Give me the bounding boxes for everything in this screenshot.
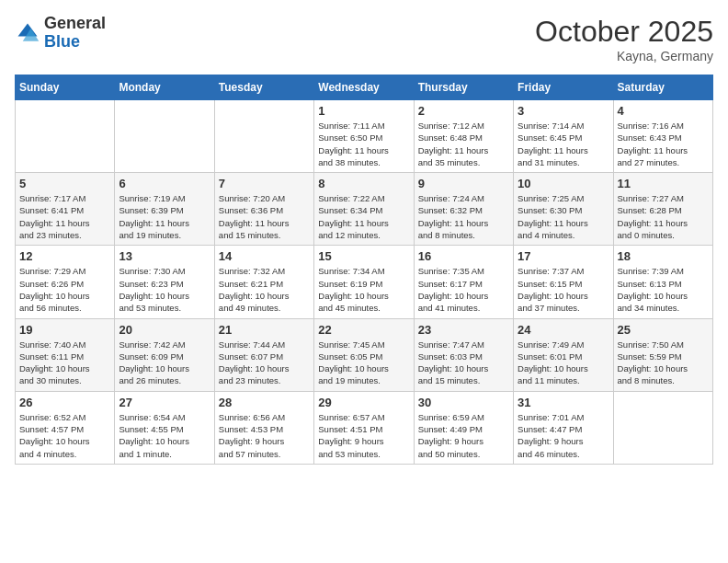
calendar-cell: 20Sunrise: 7:42 AM Sunset: 6:09 PM Dayli… [115, 318, 214, 391]
calendar-cell: 22Sunrise: 7:45 AM Sunset: 6:05 PM Dayli… [314, 318, 414, 391]
day-number: 27 [119, 396, 210, 409]
calendar-cell: 25Sunrise: 7:50 AM Sunset: 5:59 PM Dayli… [613, 318, 712, 391]
logo-text: General Blue [44, 15, 106, 52]
calendar-cell: 18Sunrise: 7:39 AM Sunset: 6:13 PM Dayli… [613, 246, 712, 318]
day-info: Sunrise: 7:45 AM Sunset: 6:05 PM Dayligh… [318, 339, 409, 387]
day-number: 30 [418, 396, 509, 409]
day-info: Sunrise: 7:32 AM Sunset: 6:21 PM Dayligh… [219, 265, 310, 314]
calendar-cell: 1Sunrise: 7:11 AM Sunset: 6:50 PM Daylig… [314, 100, 414, 173]
day-number: 13 [119, 249, 210, 263]
calendar-cell: 13Sunrise: 7:30 AM Sunset: 6:23 PM Dayli… [115, 246, 214, 318]
calendar-cell: 12Sunrise: 7:29 AM Sunset: 6:26 PM Dayli… [16, 246, 115, 318]
day-info: Sunrise: 7:44 AM Sunset: 6:07 PM Dayligh… [219, 339, 310, 387]
calendar-cell: 5Sunrise: 7:17 AM Sunset: 6:41 PM Daylig… [16, 173, 115, 246]
calendar-cell: 4Sunrise: 7:16 AM Sunset: 6:43 PM Daylig… [613, 100, 712, 173]
calendar-cell: 11Sunrise: 7:27 AM Sunset: 6:28 PM Dayli… [613, 173, 712, 246]
day-number: 20 [119, 323, 210, 337]
calendar-week-2: 12Sunrise: 7:29 AM Sunset: 6:26 PM Dayli… [16, 246, 713, 318]
calendar-week-0: 1Sunrise: 7:11 AM Sunset: 6:50 PM Daylig… [16, 100, 713, 173]
weekday-saturday: Saturday [613, 75, 712, 100]
day-number: 15 [318, 249, 409, 263]
day-number: 11 [618, 177, 709, 190]
calendar-table: SundayMondayTuesdayWednesdayThursdayFrid… [15, 75, 713, 465]
day-info: Sunrise: 7:34 AM Sunset: 6:19 PM Dayligh… [318, 265, 409, 314]
day-info: Sunrise: 7:17 AM Sunset: 6:41 PM Dayligh… [19, 192, 110, 241]
calendar-cell: 9Sunrise: 7:24 AM Sunset: 6:32 PM Daylig… [414, 173, 513, 246]
day-number: 9 [418, 177, 509, 190]
calendar-cell: 23Sunrise: 7:47 AM Sunset: 6:03 PM Dayli… [414, 318, 513, 391]
calendar-cell: 19Sunrise: 7:40 AM Sunset: 6:11 PM Dayli… [16, 318, 115, 391]
title-section: October 2025 Kayna, Germany [535, 15, 713, 63]
day-number: 12 [19, 249, 110, 263]
day-number: 8 [318, 177, 409, 190]
weekday-thursday: Thursday [414, 75, 513, 100]
calendar-cell [16, 100, 115, 173]
day-number: 3 [518, 104, 609, 118]
day-number: 29 [318, 396, 409, 409]
calendar-week-1: 5Sunrise: 7:17 AM Sunset: 6:41 PM Daylig… [16, 173, 713, 246]
day-info: Sunrise: 7:25 AM Sunset: 6:30 PM Dayligh… [518, 192, 609, 241]
day-info: Sunrise: 6:57 AM Sunset: 4:51 PM Dayligh… [318, 411, 409, 460]
calendar-cell: 14Sunrise: 7:32 AM Sunset: 6:21 PM Dayli… [214, 246, 313, 318]
day-number: 6 [119, 177, 210, 190]
weekday-monday: Monday [115, 75, 214, 100]
calendar-cell [214, 100, 313, 173]
day-number: 26 [19, 396, 110, 409]
weekday-header-row: SundayMondayTuesdayWednesdayThursdayFrid… [16, 75, 713, 100]
logo-icon [15, 20, 40, 46]
weekday-tuesday: Tuesday [214, 75, 313, 100]
calendar-cell: 24Sunrise: 7:49 AM Sunset: 6:01 PM Dayli… [514, 318, 613, 391]
weekday-sunday: Sunday [16, 75, 115, 100]
day-info: Sunrise: 7:35 AM Sunset: 6:17 PM Dayligh… [418, 265, 509, 314]
logo-general: General [44, 14, 106, 32]
logo: General Blue [15, 15, 106, 52]
day-number: 16 [418, 249, 509, 263]
day-info: Sunrise: 7:49 AM Sunset: 6:01 PM Dayligh… [518, 339, 609, 387]
weekday-friday: Friday [514, 75, 613, 100]
day-info: Sunrise: 6:56 AM Sunset: 4:53 PM Dayligh… [219, 411, 310, 460]
calendar-week-3: 19Sunrise: 7:40 AM Sunset: 6:11 PM Dayli… [16, 318, 713, 391]
calendar-cell: 21Sunrise: 7:44 AM Sunset: 6:07 PM Dayli… [214, 318, 313, 391]
calendar-cell: 31Sunrise: 7:01 AM Sunset: 4:47 PM Dayli… [514, 391, 613, 464]
calendar-cell: 30Sunrise: 6:59 AM Sunset: 4:49 PM Dayli… [414, 391, 513, 464]
day-number: 19 [19, 323, 110, 337]
calendar-cell: 16Sunrise: 7:35 AM Sunset: 6:17 PM Dayli… [414, 246, 513, 318]
page-header: General Blue October 2025 Kayna, Germany [15, 15, 713, 63]
day-number: 1 [318, 104, 409, 118]
calendar-cell [115, 100, 214, 173]
logo-blue: Blue [44, 32, 80, 51]
day-info: Sunrise: 7:50 AM Sunset: 5:59 PM Dayligh… [618, 339, 709, 387]
calendar-cell: 7Sunrise: 7:20 AM Sunset: 6:36 PM Daylig… [214, 173, 313, 246]
calendar-week-4: 26Sunrise: 6:52 AM Sunset: 4:57 PM Dayli… [16, 391, 713, 464]
calendar-cell: 27Sunrise: 6:54 AM Sunset: 4:55 PM Dayli… [115, 391, 214, 464]
day-info: Sunrise: 7:42 AM Sunset: 6:09 PM Dayligh… [119, 339, 210, 387]
day-info: Sunrise: 6:54 AM Sunset: 4:55 PM Dayligh… [119, 411, 210, 460]
day-info: Sunrise: 7:29 AM Sunset: 6:26 PM Dayligh… [19, 265, 110, 314]
day-info: Sunrise: 6:52 AM Sunset: 4:57 PM Dayligh… [19, 411, 110, 460]
weekday-wednesday: Wednesday [314, 75, 414, 100]
calendar-cell: 6Sunrise: 7:19 AM Sunset: 6:39 PM Daylig… [115, 173, 214, 246]
calendar-cell: 28Sunrise: 6:56 AM Sunset: 4:53 PM Dayli… [214, 391, 313, 464]
calendar-cell: 26Sunrise: 6:52 AM Sunset: 4:57 PM Dayli… [16, 391, 115, 464]
day-info: Sunrise: 7:20 AM Sunset: 6:36 PM Dayligh… [219, 192, 310, 241]
day-number: 7 [219, 177, 310, 190]
day-number: 31 [518, 396, 609, 409]
day-info: Sunrise: 7:01 AM Sunset: 4:47 PM Dayligh… [518, 411, 609, 460]
day-number: 28 [219, 396, 310, 409]
day-info: Sunrise: 7:12 AM Sunset: 6:48 PM Dayligh… [418, 120, 509, 168]
day-number: 24 [518, 323, 609, 337]
day-number: 25 [618, 323, 709, 337]
day-number: 17 [518, 249, 609, 263]
calendar-cell: 2Sunrise: 7:12 AM Sunset: 6:48 PM Daylig… [414, 100, 513, 173]
calendar-cell [613, 391, 712, 464]
day-number: 14 [219, 249, 310, 263]
day-info: Sunrise: 7:37 AM Sunset: 6:15 PM Dayligh… [518, 265, 609, 314]
location: Kayna, Germany [535, 49, 713, 63]
day-number: 23 [418, 323, 509, 337]
day-info: Sunrise: 7:30 AM Sunset: 6:23 PM Dayligh… [119, 265, 210, 314]
day-info: Sunrise: 7:16 AM Sunset: 6:43 PM Dayligh… [618, 120, 709, 168]
calendar-cell: 15Sunrise: 7:34 AM Sunset: 6:19 PM Dayli… [314, 246, 414, 318]
day-number: 4 [618, 104, 709, 118]
day-number: 10 [518, 177, 609, 190]
day-info: Sunrise: 7:39 AM Sunset: 6:13 PM Dayligh… [618, 265, 709, 314]
